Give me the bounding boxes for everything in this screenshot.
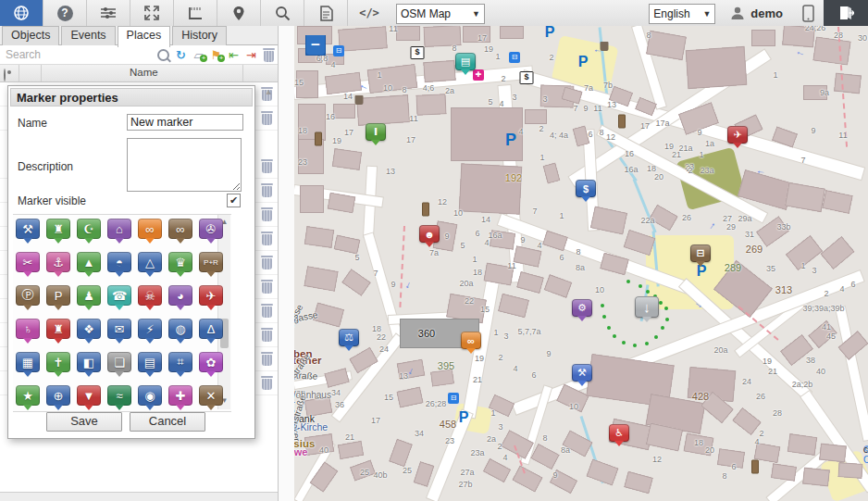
- marker-visible-checkbox[interactable]: ✔: [227, 194, 241, 207]
- marker-icon-park-and-ride[interactable]: P+R: [199, 252, 223, 272]
- row-delete-icon[interactable]: [262, 379, 272, 390]
- search-icon[interactable]: [155, 47, 172, 62]
- marker-icon-movie-rental[interactable]: ✇: [199, 219, 223, 239]
- marker-icon-phones[interactable]: ☎: [107, 285, 131, 306]
- marker-icon-restaurant[interactable]: ✕: [199, 385, 223, 406]
- marker-icon-presentation[interactable]: ◧: [77, 352, 101, 372]
- list-header[interactable]: Name: [0, 65, 278, 82]
- marker-icon-power[interactable]: ⚡: [138, 319, 162, 339]
- marker-icon-rose[interactable]: ✿: [199, 352, 223, 372]
- marker-icon-power-plant[interactable]: ◍: [168, 319, 192, 339]
- marker-icon-lake[interactable]: ≈: [107, 385, 131, 406]
- marker-icon-praying[interactable]: ✝: [46, 352, 70, 372]
- delete-all-icon[interactable]: [260, 47, 278, 62]
- car-parking-marker[interactable]: ⊟: [690, 244, 711, 262]
- money-bag-marker[interactable]: $: [576, 180, 596, 197]
- icon-grid-scrollbar[interactable]: ▲ ▼: [217, 215, 230, 409]
- excavator-marker[interactable]: ⚒: [572, 364, 592, 382]
- row-delete-icon[interactable]: [262, 186, 272, 197]
- map-source-select[interactable]: OSM Map▼: [396, 4, 485, 24]
- marker-description-textarea[interactable]: [127, 138, 242, 192]
- name-column-header[interactable]: Name: [130, 67, 158, 78]
- panel-footer-scrollbar[interactable]: [0, 492, 278, 501]
- marker-icon-poison[interactable]: ☠: [138, 285, 162, 306]
- dialog-title[interactable]: Marker properties: [10, 88, 253, 106]
- marker-icon-penguin[interactable]: ♟: [77, 285, 101, 306]
- marker-name-input[interactable]: [127, 114, 243, 131]
- marker-icon-planet[interactable]: ♄: [16, 319, 40, 339]
- marker-icon-star[interactable]: ★: [16, 385, 40, 406]
- settings-button[interactable]: [87, 0, 130, 26]
- zoom-out-button[interactable]: −: [305, 35, 326, 56]
- marker-icon-climbing[interactable]: ∆: [199, 319, 223, 339]
- refresh-icon[interactable]: ↻: [172, 47, 190, 62]
- marker-icon-castle[interactable]: ♜: [46, 319, 70, 339]
- marker-icon-motocross[interactable]: ∞: [138, 219, 162, 239]
- tab-objects[interactable]: Objects: [2, 26, 59, 45]
- marker-icon-motel[interactable]: ⌂: [107, 219, 131, 239]
- marker-icon-tower[interactable]: ♜: [46, 219, 70, 239]
- marker-icon-railway-crossing[interactable]: ⌗: [168, 352, 192, 372]
- row-delete-icon[interactable]: [262, 210, 272, 221]
- marker-icon-airport[interactable]: ✈: [199, 285, 223, 306]
- help-button[interactable]: ?: [43, 0, 87, 26]
- airplane-marker[interactable]: ✈: [727, 126, 748, 144]
- marker-icon-police[interactable]: ❖: [77, 319, 101, 339]
- marker-icon-palace[interactable]: ♛: [168, 252, 192, 272]
- wheelchair-marker[interactable]: ♿: [609, 424, 629, 442]
- row-delete-icon[interactable]: [262, 307, 272, 318]
- row-delete-icon[interactable]: [262, 234, 272, 245]
- map-canvas[interactable]: + − © OpenStreetMap contributors Postban…: [294, 26, 868, 501]
- mobile-app-button[interactable]: [792, 0, 824, 26]
- marker-icon-needlework[interactable]: ✂: [16, 252, 40, 272]
- code-tool-button[interactable]: </>: [348, 0, 391, 26]
- marker-tool-button[interactable]: [217, 0, 261, 26]
- marker-icon-station[interactable]: ◉: [138, 385, 162, 406]
- tab-history[interactable]: History: [172, 26, 227, 45]
- marker-icon-camping[interactable]: ▲: [77, 252, 101, 272]
- import-icon[interactable]: ⇤: [225, 47, 242, 62]
- marker-icon-printer[interactable]: ▤: [138, 352, 162, 372]
- marker-icon-observatory[interactable]: ◓: [107, 252, 131, 272]
- add-marker-icon[interactable]: ⚑+: [207, 47, 225, 62]
- marker-icon-mosque[interactable]: ☪: [77, 219, 101, 239]
- row-delete-icon[interactable]: [262, 282, 272, 294]
- tab-places[interactable]: Places: [118, 26, 171, 47]
- marker-icon-parking[interactable]: P: [46, 285, 70, 306]
- marker-icon-motorcycle[interactable]: ∞: [168, 219, 192, 239]
- marker-icon-funnel[interactable]: ▼: [77, 385, 101, 406]
- marker-icon-pizza[interactable]: ◕: [168, 285, 192, 306]
- export-icon[interactable]: ⇥: [242, 47, 260, 62]
- marker-icon-mining[interactable]: ⚒: [16, 219, 40, 239]
- map-mode-button[interactable]: [0, 0, 43, 26]
- industry-marker[interactable]: ⚙: [572, 299, 592, 317]
- save-button[interactable]: Save: [46, 412, 122, 432]
- user-menu[interactable]: demo: [721, 0, 792, 26]
- fullscreen-button[interactable]: [130, 0, 174, 26]
- logout-button[interactable]: [824, 0, 868, 26]
- row-delete-icon[interactable]: [262, 162, 272, 173]
- visibility-column-header[interactable]: [4, 69, 6, 81]
- marker-icon-oil-field[interactable]: △: [138, 252, 162, 272]
- marker-icon-scaffolding[interactable]: ▦: [16, 352, 40, 372]
- row-delete-icon[interactable]: [262, 114, 272, 125]
- panel-resize-gutter[interactable]: [279, 26, 295, 501]
- search-input[interactable]: [0, 46, 155, 63]
- tab-events[interactable]: Events: [61, 26, 115, 45]
- ruler-button[interactable]: [174, 0, 217, 26]
- scales-marker[interactable]: ⚖: [339, 329, 359, 346]
- marker-icon-post-office[interactable]: ✉: [107, 319, 131, 339]
- new-marker-placement[interactable]: ↓: [635, 296, 659, 318]
- basket-marker[interactable]: ▤: [455, 53, 476, 70]
- list-scroll-up-arrow[interactable]: ▲: [265, 87, 273, 96]
- marker-icon-price-tag[interactable]: ❏: [107, 352, 131, 372]
- marker-icon-worship[interactable]: ✚: [168, 385, 192, 406]
- marker-icon-marina[interactable]: ⚓: [46, 252, 70, 272]
- marker-icon-globe[interactable]: ⊕: [46, 385, 70, 406]
- search-tool-button[interactable]: [261, 0, 304, 26]
- row-delete-icon[interactable]: [262, 355, 272, 366]
- cancel-button[interactable]: Cancel: [130, 412, 205, 432]
- alien-marker[interactable]: ☻: [419, 225, 440, 243]
- row-delete-icon[interactable]: [262, 331, 272, 342]
- language-select[interactable]: English▼: [649, 4, 715, 24]
